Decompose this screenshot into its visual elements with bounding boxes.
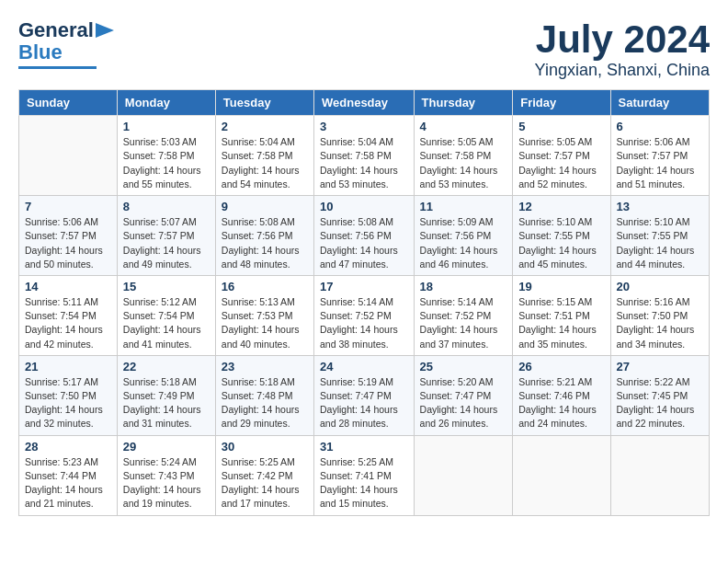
day-info: Sunrise: 5:14 AM Sunset: 7:52 PM Dayligh… [420,295,507,351]
table-row: 19Sunrise: 5:15 AM Sunset: 7:51 PM Dayli… [513,275,610,355]
day-number: 6 [617,120,703,133]
table-row: 20Sunrise: 5:16 AM Sunset: 7:50 PM Dayli… [610,275,709,355]
table-row: 27Sunrise: 5:22 AM Sunset: 7:45 PM Dayli… [610,355,709,435]
day-number: 21 [25,360,111,373]
day-number: 8 [123,200,210,213]
day-number: 19 [518,280,604,293]
calendar-week-row: 28Sunrise: 5:23 AM Sunset: 7:44 PM Dayli… [19,435,710,515]
logo-blue-text: Blue [18,40,63,64]
table-row: 22Sunrise: 5:18 AM Sunset: 7:49 PM Dayli… [117,355,215,435]
table-row: 14Sunrise: 5:11 AM Sunset: 7:54 PM Dayli… [19,275,118,355]
day-info: Sunrise: 5:12 AM Sunset: 7:54 PM Dayligh… [123,295,210,351]
day-number: 30 [222,440,308,454]
table-row: 25Sunrise: 5:20 AM Sunset: 7:47 PM Dayli… [414,355,513,435]
day-number: 10 [320,200,408,213]
day-info: Sunrise: 5:09 AM Sunset: 7:56 PM Dayligh… [420,215,507,271]
day-number: 9 [222,200,308,213]
day-info: Sunrise: 5:17 AM Sunset: 7:50 PM Dayligh… [25,375,111,431]
day-info: Sunrise: 5:05 AM Sunset: 7:57 PM Dayligh… [518,135,604,191]
day-number: 7 [25,200,111,213]
day-info: Sunrise: 5:25 AM Sunset: 7:41 PM Dayligh… [320,455,408,511]
col-saturday: Saturday [610,90,709,116]
calendar-week-row: 1Sunrise: 5:03 AM Sunset: 7:58 PM Daylig… [19,116,710,196]
day-number: 28 [25,440,111,454]
table-row [610,435,709,515]
table-row: 13Sunrise: 5:10 AM Sunset: 7:55 PM Dayli… [610,196,709,276]
day-info: Sunrise: 5:24 AM Sunset: 7:43 PM Dayligh… [123,455,210,511]
day-number: 2 [222,120,308,133]
day-info: Sunrise: 5:06 AM Sunset: 7:57 PM Dayligh… [25,215,111,271]
day-info: Sunrise: 5:08 AM Sunset: 7:56 PM Dayligh… [222,215,308,271]
day-info: Sunrise: 5:19 AM Sunset: 7:47 PM Dayligh… [320,375,408,431]
day-info: Sunrise: 5:11 AM Sunset: 7:54 PM Dayligh… [25,295,111,351]
day-number: 14 [25,280,111,293]
day-number: 24 [320,360,408,373]
table-row: 7Sunrise: 5:06 AM Sunset: 7:57 PM Daylig… [19,196,118,276]
page-header: General Blue July 2024 Yingxian, Shanxi,… [18,18,710,80]
svg-marker-0 [96,23,114,38]
calendar-table: Sunday Monday Tuesday Wednesday Thursday… [18,89,710,515]
calendar-header-row: Sunday Monday Tuesday Wednesday Thursday… [19,90,710,116]
calendar-week-row: 14Sunrise: 5:11 AM Sunset: 7:54 PM Dayli… [19,275,710,355]
day-info: Sunrise: 5:15 AM Sunset: 7:51 PM Dayligh… [518,295,604,351]
col-tuesday: Tuesday [215,90,313,116]
table-row: 23Sunrise: 5:18 AM Sunset: 7:48 PM Dayli… [215,355,313,435]
day-number: 18 [420,280,507,293]
day-info: Sunrise: 5:20 AM Sunset: 7:47 PM Dayligh… [420,375,507,431]
day-info: Sunrise: 5:04 AM Sunset: 7:58 PM Dayligh… [222,135,308,191]
table-row: 1Sunrise: 5:03 AM Sunset: 7:58 PM Daylig… [117,116,215,196]
table-row: 29Sunrise: 5:24 AM Sunset: 7:43 PM Dayli… [117,435,215,515]
table-row: 15Sunrise: 5:12 AM Sunset: 7:54 PM Dayli… [117,275,215,355]
col-monday: Monday [117,90,215,116]
table-row: 6Sunrise: 5:06 AM Sunset: 7:57 PM Daylig… [610,116,709,196]
day-info: Sunrise: 5:08 AM Sunset: 7:56 PM Dayligh… [320,215,408,271]
title-block: July 2024 Yingxian, Shanxi, China [535,18,710,80]
table-row: 30Sunrise: 5:25 AM Sunset: 7:42 PM Dayli… [215,435,313,515]
table-row: 24Sunrise: 5:19 AM Sunset: 7:47 PM Dayli… [314,355,415,435]
day-number: 31 [320,440,408,454]
day-info: Sunrise: 5:06 AM Sunset: 7:57 PM Dayligh… [617,135,703,191]
table-row: 21Sunrise: 5:17 AM Sunset: 7:50 PM Dayli… [19,355,118,435]
logo-general: General [18,18,94,42]
table-row: 28Sunrise: 5:23 AM Sunset: 7:44 PM Dayli… [19,435,118,515]
day-number: 15 [123,280,210,293]
col-wednesday: Wednesday [314,90,415,116]
day-info: Sunrise: 5:04 AM Sunset: 7:58 PM Dayligh… [320,135,408,191]
table-row: 9Sunrise: 5:08 AM Sunset: 7:56 PM Daylig… [215,196,313,276]
table-row: 18Sunrise: 5:14 AM Sunset: 7:52 PM Dayli… [414,275,513,355]
table-row: 26Sunrise: 5:21 AM Sunset: 7:46 PM Dayli… [513,355,610,435]
day-number: 17 [320,280,408,293]
table-row: 4Sunrise: 5:05 AM Sunset: 7:58 PM Daylig… [414,116,513,196]
day-info: Sunrise: 5:14 AM Sunset: 7:52 PM Dayligh… [320,295,408,351]
calendar-title: July 2024 [535,18,710,61]
day-number: 26 [518,360,604,373]
table-row [513,435,610,515]
table-row: 5Sunrise: 5:05 AM Sunset: 7:57 PM Daylig… [513,116,610,196]
day-number: 25 [420,360,507,373]
table-row: 16Sunrise: 5:13 AM Sunset: 7:53 PM Dayli… [215,275,313,355]
table-row: 12Sunrise: 5:10 AM Sunset: 7:55 PM Dayli… [513,196,610,276]
day-info: Sunrise: 5:18 AM Sunset: 7:48 PM Dayligh… [222,375,308,431]
calendar-location: Yingxian, Shanxi, China [535,61,710,80]
day-number: 4 [420,120,507,133]
logo-arrow-icon [96,23,114,38]
table-row: 10Sunrise: 5:08 AM Sunset: 7:56 PM Dayli… [314,196,415,276]
day-info: Sunrise: 5:16 AM Sunset: 7:50 PM Dayligh… [617,295,703,351]
col-sunday: Sunday [19,90,118,116]
day-info: Sunrise: 5:07 AM Sunset: 7:57 PM Dayligh… [123,215,210,271]
day-number: 29 [123,440,210,454]
day-number: 1 [123,120,210,133]
day-number: 27 [617,360,703,373]
day-number: 22 [123,360,210,373]
day-info: Sunrise: 5:13 AM Sunset: 7:53 PM Dayligh… [222,295,308,351]
col-thursday: Thursday [414,90,513,116]
day-info: Sunrise: 5:10 AM Sunset: 7:55 PM Dayligh… [518,215,604,271]
day-info: Sunrise: 5:18 AM Sunset: 7:49 PM Dayligh… [123,375,210,431]
day-number: 20 [617,280,703,293]
day-number: 5 [518,120,604,133]
day-info: Sunrise: 5:23 AM Sunset: 7:44 PM Dayligh… [25,455,111,511]
day-info: Sunrise: 5:10 AM Sunset: 7:55 PM Dayligh… [617,215,703,271]
day-number: 16 [222,280,308,293]
logo: General Blue [18,18,114,69]
day-info: Sunrise: 5:22 AM Sunset: 7:45 PM Dayligh… [617,375,703,431]
